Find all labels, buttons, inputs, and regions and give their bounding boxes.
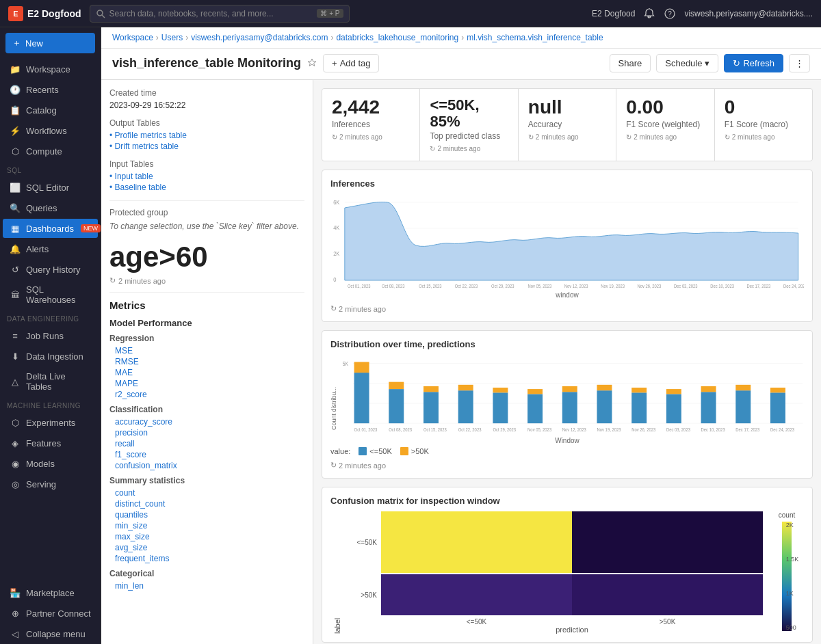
sidebar-item-models[interactable]: ◉ Models [3,454,98,473]
svg-rect-44 [597,391,612,424]
svg-text:Oct 29, 2023: Oct 29, 2023 [491,284,514,289]
sidebar-item-serving[interactable]: ◎ Serving [3,474,98,494]
svg-rect-46 [631,393,647,424]
created-time-section: Created time 2023-09-29 16:52:22 [109,88,304,110]
sidebar-collapse-menu[interactable]: ◁ Collapse menu [3,624,98,643]
baseline-table-link[interactable]: Baseline table [109,183,304,192]
input-tables-section: Input Tables Input table Baseline table [109,159,304,192]
sidebar-item-workflows[interactable]: ⚡ Workflows [3,121,98,140]
breadcrumb-table[interactable]: ml.vish_schema.vish_inference_table [467,33,603,42]
f1-link[interactable]: f1_score [115,450,304,459]
model-performance-label: Model Performance [109,318,304,328]
confusion-xlabel-spacer [351,618,381,626]
schedule-button[interactable]: Schedule ▾ [656,54,718,72]
svg-text:Nov 05, 2023: Nov 05, 2023 [527,284,551,289]
mse-link[interactable]: MSE [115,346,304,355]
drift-metrics-link[interactable]: Drift metrics table [109,142,304,151]
sidebar-item-sql-warehouses[interactable]: 🏛 SQL Warehouses [3,280,98,309]
sidebar-item-query-history[interactable]: ↺ Query History [3,260,98,279]
inferences-chart-section: Inferences 6K 4K 2K 0 [322,170,813,322]
star-icon[interactable] [307,58,317,69]
sidebar-item-marketplace[interactable]: 🏪 Marketplace [3,583,98,602]
sidebar-item-sql-editor[interactable]: ⬜ SQL Editor [3,178,98,197]
bell-icon[interactable] [643,8,655,20]
refresh-button[interactable]: ↻ Refresh [724,54,783,72]
distinct-count-link[interactable]: distinct_count [115,499,304,509]
sidebar-item-catalog[interactable]: 📋 Catalog [3,100,98,120]
min-len-link[interactable]: min_len [115,581,304,591]
main-layout: ＋ New 📁 Workspace 🕐 Recents 📋 Catalog ⚡ … [0,27,821,644]
breadcrumb-users[interactable]: Users [161,33,183,42]
topbar-right: E2 Dogfood ? viswesh.periyasamy@databric… [592,8,813,20]
more-options-button[interactable]: ⋮ [789,54,810,72]
legend-swatch-le50k [359,447,367,455]
sidebar-item-dashboards[interactable]: ▦ Dashboards NEW [3,219,98,238]
svg-text:Oct 01, 2023: Oct 01, 2023 [354,427,378,432]
search-bar[interactable]: Search data, notebooks, recents, and mor… [90,5,350,23]
svg-text:Dec 03, 2023: Dec 03, 2023 [666,427,690,432]
min-size-link[interactable]: min_size [115,521,304,531]
confusion-row-gt50k: >50K [351,574,763,615]
recall-link[interactable]: recall [115,439,304,448]
new-button[interactable]: ＋ New [5,33,95,53]
page-title: vish_inference_table Monitoring [112,56,301,70]
sidebar-item-partner-connect[interactable]: ⊕ Partner Connect [3,604,98,623]
sidebar-item-experiments[interactable]: ⬡ Experiments [3,413,98,432]
refresh-icon-stat3: ↻ [528,133,534,141]
breadcrumb-monitoring[interactable]: databricks_lakehouse_monitoring [336,33,458,42]
app-name: E2 Dogfood [27,8,81,19]
sql-icon: ⬜ [10,182,21,193]
profile-metrics-link[interactable]: Profile metrics table [109,131,304,140]
avg-size-link[interactable]: avg_size [115,543,304,552]
dashboard-icon: ▦ [10,223,21,234]
stat-accuracy-value: null [528,97,606,118]
svg-text:Nov 05, 2023: Nov 05, 2023 [527,427,551,432]
mape-link[interactable]: MAPE [115,379,304,388]
filter-value: age>60 [109,241,304,273]
breadcrumb-user-email[interactable]: viswesh.periyasamy@databricks.com [191,33,328,42]
breadcrumb-workspace[interactable]: Workspace [112,33,153,42]
svg-rect-52 [735,391,751,424]
colorbar-values: 2K 1.5K 1K 500 [786,522,799,631]
svg-text:?: ? [668,10,673,18]
precision-link[interactable]: precision [115,428,304,438]
sidebar-item-delta-live-tables[interactable]: △ Delta Live Tables [3,367,98,396]
svg-rect-53 [735,385,751,390]
quantiles-link[interactable]: quantiles [115,510,304,520]
page-header: vish_inference_table Monitoring + Add ta… [101,49,821,80]
confusion-ylabel-le50k: <=50K [351,539,381,546]
env-label[interactable]: E2 Dogfood [592,9,635,18]
sidebar-item-recents[interactable]: 🕐 Recents [3,80,98,99]
sidebar-item-features[interactable]: ◈ Features [3,433,98,453]
filter-refresh: ↻ 2 minutes ago [109,276,304,285]
sidebar-item-data-ingestion[interactable]: ⬇ Data Ingestion [3,347,98,366]
svg-text:Oct 29, 2023: Oct 29, 2023 [493,427,516,432]
svg-text:Oct 15, 2023: Oct 15, 2023 [419,284,442,289]
help-icon[interactable]: ? [664,8,676,20]
r2-link[interactable]: r2_score [115,390,304,399]
count-link[interactable]: count [115,488,304,498]
svg-text:Dec 10, 2023: Dec 10, 2023 [701,427,725,432]
sidebar-item-queries[interactable]: 🔍 Queries [3,198,98,217]
svg-text:Oct 15, 2023: Oct 15, 2023 [423,427,447,432]
rmse-link[interactable]: RMSE [115,357,304,366]
left-panel: Created time 2023-09-29 16:52:22 Output … [101,80,313,644]
sidebar-item-workspace[interactable]: 📁 Workspace [3,59,98,79]
mae-link[interactable]: MAE [115,368,304,377]
inferences-chart-title: Inferences [330,178,804,189]
svg-rect-51 [701,386,716,392]
plus-icon: ＋ [12,37,21,49]
query-icon: 🔍 [10,202,21,213]
frequent-items-link[interactable]: frequent_items [115,554,304,563]
share-button[interactable]: Share [610,54,651,72]
max-size-link[interactable]: max_size [115,532,304,541]
svg-text:Dec 10, 2023: Dec 10, 2023 [710,284,734,289]
confusion-matrix-link[interactable]: confusion_matrix [115,461,304,470]
sidebar-item-alerts[interactable]: 🔔 Alerts [3,239,98,258]
sidebar-item-job-runs[interactable]: ≡ Job Runs [3,326,98,345]
input-table-link[interactable]: Input table [109,172,304,181]
sidebar-item-compute[interactable]: ⬡ Compute [3,142,98,161]
add-tag-button[interactable]: + Add tag [323,54,379,72]
user-email[interactable]: viswesh.periyasamy@databricks.... [684,9,813,18]
accuracy-link[interactable]: accuracy_score [115,417,304,427]
